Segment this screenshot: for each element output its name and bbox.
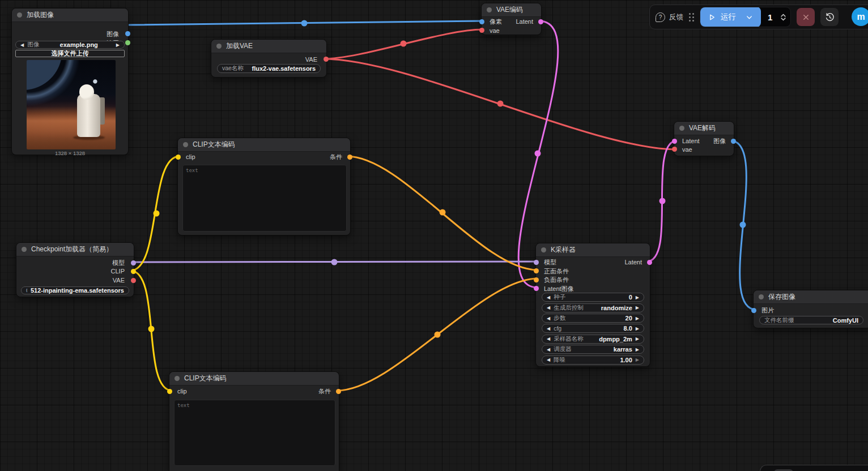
port-conditioning-output[interactable]	[336, 389, 341, 394]
history-clock-icon	[825, 12, 835, 22]
port-vae-output[interactable]	[324, 57, 329, 62]
collapse-dot[interactable]	[22, 247, 27, 252]
inc-arrow-icon[interactable]: ▶	[636, 295, 639, 300]
port-vae-input[interactable]	[479, 28, 484, 33]
port-clip-output[interactable]	[131, 269, 136, 274]
dec-arrow-icon[interactable]: ◀	[547, 305, 550, 310]
denoise-widget[interactable]: ◀ 降噪 1.00 ▶	[542, 356, 644, 365]
widget-value: ComfyUI	[833, 317, 858, 324]
dec-arrow-icon[interactable]: ◀	[547, 316, 550, 321]
node-title: Checkpoint加载器（简易）	[31, 245, 113, 254]
inc-arrow-icon[interactable]: ▶	[636, 305, 639, 310]
dec-arrow-icon[interactable]: ◀	[547, 326, 550, 331]
collapse-dot[interactable]	[679, 126, 684, 131]
collapse-dot[interactable]	[487, 7, 492, 12]
chevron-up-icon[interactable]	[781, 14, 786, 17]
cancel-button[interactable]	[797, 8, 815, 26]
port-pixels-input[interactable]	[479, 19, 484, 24]
output-label-latent: Latent	[516, 18, 533, 25]
cfg-widget[interactable]: ◀ cfg 8.0 ▶	[542, 324, 644, 333]
node-checkpoint-header[interactable]: Checkpoint加载器（简易）	[16, 243, 134, 256]
drag-handle[interactable]	[689, 13, 694, 22]
node-load-vae-header[interactable]: 加载VAE	[211, 40, 326, 53]
inc-arrow-icon[interactable]: ▶	[636, 336, 639, 341]
batch-count-box[interactable]: 1	[761, 12, 790, 22]
node-vae-decode-header[interactable]: VAE解码	[674, 122, 734, 135]
node-load-image[interactable]: 加载图像 图像 遮罩 ◀ 图像 example.png ▶ 选择文件上传 132…	[11, 8, 129, 155]
prompt-textarea[interactable]	[182, 165, 347, 232]
node-clip-encode-positive[interactable]: CLIP文本编码 clip 条件	[177, 138, 351, 236]
collapse-dot[interactable]	[175, 376, 180, 381]
user-avatar[interactable]: m	[852, 7, 868, 26]
scheduler-widget[interactable]: ◀ 调度器 karras ▶	[542, 345, 644, 354]
port-conditioning-output[interactable]	[347, 155, 352, 160]
dec-arrow-icon[interactable]: ◀	[547, 295, 550, 300]
node-ksampler-header[interactable]: K采样器	[536, 243, 650, 257]
inc-arrow-icon[interactable]: ▶	[636, 326, 639, 331]
inc-arrow-icon[interactable]: ▶	[636, 316, 639, 321]
node-load-image-header[interactable]: 加载图像	[12, 8, 128, 22]
combo-prev-icon[interactable]: ◀	[20, 42, 24, 48]
control-after-generate-widget[interactable]: ◀ 生成后控制 randomize ▶	[542, 303, 644, 312]
port-negative-input[interactable]	[534, 277, 539, 282]
node-load-vae[interactable]: 加载VAE VAE vae名称 flux2-vae.safetensors	[211, 39, 327, 78]
batch-count-stepper[interactable]	[781, 14, 786, 21]
collapse-dot[interactable]	[759, 294, 764, 299]
port-vae-input[interactable]	[672, 147, 677, 152]
node-vae-decode[interactable]: VAE解码 Latent vae 图像	[674, 121, 734, 156]
node-save-image-header[interactable]: 保存图像	[754, 290, 868, 304]
dec-arrow-icon[interactable]: ◀	[547, 336, 550, 341]
feedback-button[interactable]: ? 反馈	[656, 12, 683, 22]
port-clip-input[interactable]	[176, 155, 181, 160]
port-latent-input[interactable]	[672, 139, 677, 144]
port-positive-input[interactable]	[534, 268, 539, 273]
inc-arrow-icon[interactable]: ▶	[636, 347, 639, 352]
node-checkpoint-loader[interactable]: Checkpoint加载器（简易） 模型 CLIP VAE Ch ... 512…	[16, 242, 134, 297]
filename-prefix-widget[interactable]: 文件名前缀 ComfyUI	[759, 316, 863, 324]
seed-widget[interactable]: ◀ 种子 0 ▶	[542, 293, 644, 302]
dec-arrow-icon[interactable]: ◀	[547, 357, 550, 362]
collapse-dot[interactable]	[541, 247, 546, 252]
close-icon	[802, 14, 810, 21]
node-save-image[interactable]: 保存图像 图片 文件名前缀 ComfyUI	[753, 290, 868, 328]
inc-arrow-icon[interactable]: ▶	[636, 357, 639, 362]
sampler-name-widget[interactable]: ◀ 采样器名称 dpmpp_2m ▶	[542, 335, 644, 344]
port-latent-output[interactable]	[647, 260, 652, 265]
upload-file-button[interactable]: 选择文件上传	[15, 50, 125, 57]
node-title: 加载图像	[27, 10, 54, 20]
port-image-output[interactable]	[125, 31, 130, 36]
chevron-down-icon[interactable]	[746, 14, 753, 21]
port-latent-output[interactable]	[538, 19, 543, 24]
port-model-output[interactable]	[131, 260, 136, 266]
prompt-textarea[interactable]	[174, 400, 335, 466]
port-image-output[interactable]	[731, 139, 736, 144]
node-vae-encode-header[interactable]: VAE编码	[482, 3, 541, 17]
run-button[interactable]: 运行	[700, 7, 761, 27]
dec-arrow-icon[interactable]: ◀	[547, 347, 550, 352]
run-group: 运行 1	[700, 7, 791, 27]
port-latent-image-input[interactable]	[534, 286, 539, 291]
port-mask-output[interactable]	[125, 40, 130, 45]
collapse-dot[interactable]	[216, 44, 222, 49]
vae-name-widget[interactable]: vae名称 flux2-vae.safetensors	[217, 64, 321, 73]
node-clip-encode-negative[interactable]: CLIP文本编码 clip 条件	[169, 371, 339, 471]
ckpt-name-widget[interactable]: Ch ... 512-inpainting-ema.safetensors	[21, 286, 129, 294]
history-button[interactable]	[820, 8, 839, 26]
combo-next-icon[interactable]: ▶	[116, 42, 120, 48]
port-vae-output[interactable]	[131, 278, 136, 283]
input-label-vae: vae	[682, 145, 692, 153]
image-filename-combo[interactable]: ◀ 图像 example.png ▶	[15, 41, 125, 49]
port-images-input[interactable]	[751, 308, 756, 313]
port-model-input[interactable]	[534, 260, 539, 265]
chevron-down-icon[interactable]	[781, 18, 786, 21]
port-clip-input[interactable]	[167, 389, 172, 394]
steps-widget[interactable]: ◀ 步数 20 ▶	[542, 314, 644, 323]
widget-label: 调度器	[554, 345, 610, 353]
node-vae-encode[interactable]: VAE编码 像素 vae Latent	[481, 3, 542, 35]
node-clip-encode-header[interactable]: CLIP文本编码	[169, 372, 339, 386]
node-clip-encode-header[interactable]: CLIP文本编码	[178, 138, 350, 152]
node-ksampler[interactable]: K采样器 模型 正面条件 负面条件 Latent图像 Latent ◀ 种子 0…	[535, 243, 650, 367]
bottom-right-panel[interactable]	[760, 465, 868, 471]
collapse-dot[interactable]	[17, 12, 22, 18]
collapse-dot[interactable]	[183, 142, 188, 147]
